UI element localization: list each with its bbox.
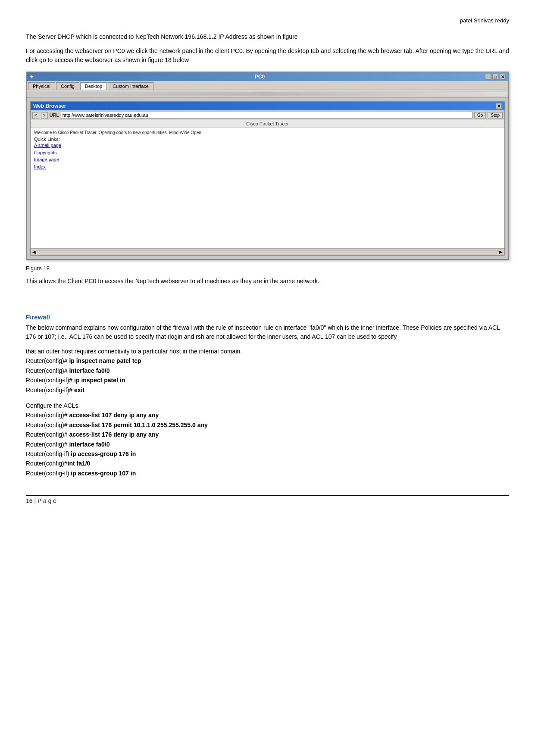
minimize-button[interactable]: – xyxy=(485,74,491,80)
cmd-2: Router(config)# interface fa0/0 xyxy=(26,366,509,375)
acl-cmd-5: Router(config-if) ip access-group 176 in xyxy=(26,449,509,459)
quick-links: Quick Links: A small page Copyrights Ima… xyxy=(34,137,501,170)
quick-links-label: Quick Links: xyxy=(34,137,60,142)
acl-commands-block: Router(config)# access-list 107 deny ip … xyxy=(26,410,509,478)
acl-cmd-1: Router(config)# access-list 107 deny ip … xyxy=(26,410,509,420)
cmd-4: Router(config-if)# exit xyxy=(26,385,509,395)
acl-cmd-7: Router(config-if) ip access-group 107 in xyxy=(26,469,509,478)
web-browser-titlebar: Web Browser ✕ xyxy=(31,102,504,110)
toolbar-strip xyxy=(28,92,507,96)
acl-intro: Configure the ACLs. xyxy=(26,401,509,410)
acl-prefix-5: Router(config-if) xyxy=(26,450,69,457)
stop-button[interactable]: Stop xyxy=(488,112,503,119)
cmd-prefix-3: Router(config-if)# xyxy=(26,377,72,384)
cmd-text-4: exit xyxy=(72,387,84,394)
cmd-prefix-2: Router(config)# xyxy=(26,367,68,374)
acl-prefix-7: Router(config-if) xyxy=(26,470,69,477)
acl-prefix-6: Router(config)# xyxy=(26,460,68,467)
cmd-text-3: ip inspect patel in xyxy=(72,377,125,384)
web-browser-window: Web Browser ✕ < > URL Go Stop Cisco Pack… xyxy=(30,101,505,256)
acl-text-4: interface fa0/0 xyxy=(68,441,110,448)
acl-text-2: access-list 176 permit 10.1.1.0 255.255.… xyxy=(68,422,208,428)
acl-text-6: int fa1/0 xyxy=(68,460,91,467)
acl-prefix-1: Router(config)# xyxy=(26,412,68,419)
cisco-window-title: PC0 xyxy=(34,74,485,80)
tab-custom-interface[interactable]: Custom Interface xyxy=(108,82,153,90)
link-copyrights[interactable]: Copyrights xyxy=(34,149,501,156)
window-controls: – □ ✕ xyxy=(485,74,506,80)
link-index[interactable]: Index xyxy=(34,163,501,171)
welcome-text: Welcome to Cisco Packet Tracer. Opening … xyxy=(34,130,501,135)
cpt-banner: Cisco Packet Tracer xyxy=(31,120,504,128)
acl-text-1: access-list 107 deny ip any any xyxy=(68,412,159,419)
forward-button[interactable]: > xyxy=(41,112,48,119)
back-button[interactable]: < xyxy=(32,112,39,119)
link-image-page[interactable]: Image page xyxy=(34,156,501,163)
firewall-description-1: The below command explains how configura… xyxy=(26,323,509,341)
author-name: patel Srinivas reddy xyxy=(26,17,509,24)
cisco-toolbar xyxy=(27,90,508,98)
acl-prefix-3: Router(config)# xyxy=(26,431,68,438)
go-button[interactable]: Go xyxy=(474,112,486,119)
paragraph-3: This allows the Client PC0 to access the… xyxy=(26,277,509,286)
firewall-heading: Firewall xyxy=(26,313,509,321)
page-number: 16 xyxy=(26,497,33,504)
acl-cmd-3: Router(config)# access-list 176 deny ip … xyxy=(26,430,509,439)
acl-text-5b: ip access-group 176 in xyxy=(71,450,136,457)
web-browser-navbar: < > URL Go Stop xyxy=(31,110,504,120)
acl-cmd-2: Router(config)# access-list 176 permit 1… xyxy=(26,420,509,430)
cisco-titlebar-icon: ✦ xyxy=(29,73,34,80)
cisco-tab-bar: Physical Config Desktop Custom Interface xyxy=(27,81,508,90)
url-label: URL xyxy=(50,112,59,118)
scroll-left-btn[interactable]: ◀ xyxy=(32,250,36,254)
acl-text-3: access-list 176 deny ip any any xyxy=(68,431,159,438)
tab-config[interactable]: Config xyxy=(56,82,79,90)
web-browser-title: Web Browser xyxy=(33,103,66,109)
firewall-commands-block: Router(config)# ip inspect name patel tc… xyxy=(26,356,509,395)
url-input[interactable] xyxy=(61,112,472,119)
close-button[interactable]: ✕ xyxy=(500,74,506,80)
tab-physical[interactable]: Physical xyxy=(28,82,55,90)
cisco-pt-window: ✦ PC0 – □ ✕ Physical Config Desktop Cust… xyxy=(26,72,509,260)
cisco-titlebar: ✦ PC0 – □ ✕ xyxy=(27,72,508,81)
cmd-prefix-4: Router(config-if)# xyxy=(26,387,72,394)
link-small-page[interactable]: A small page xyxy=(34,142,501,149)
figure-caption: Figure 18 xyxy=(26,265,509,272)
cmd-1: Router(config)# ip inspect name patel tc… xyxy=(26,356,509,366)
page-label: | P a g e xyxy=(34,497,56,504)
scroll-right-btn[interactable]: ▶ xyxy=(499,250,503,254)
maximize-button[interactable]: □ xyxy=(492,74,498,80)
cmd-3: Router(config-if)# ip inspect patel in xyxy=(26,375,509,385)
paragraph-1: The Server DHCP which is connected to Ne… xyxy=(26,32,509,41)
acl-cmd-6: Router(config)#int fa1/0 xyxy=(26,459,509,468)
page-footer: 16 | P a g e xyxy=(26,495,509,504)
web-browser-close-button[interactable]: ✕ xyxy=(496,103,502,109)
cmd-prefix-1: Router(config)# xyxy=(26,357,68,364)
acl-text-7b: ip access-group 107 in xyxy=(71,470,136,477)
cmd-text-2: interface fa0/0 xyxy=(68,367,110,374)
web-browser-bottom-bar: ◀ ▶ xyxy=(31,248,504,255)
tab-desktop[interactable]: Desktop xyxy=(80,82,107,90)
web-content-area: Welcome to Cisco Packet Tracer. Opening … xyxy=(31,128,504,248)
acl-cmd-4: Router(config)# interface fa0/0 xyxy=(26,440,509,449)
acl-prefix-4: Router(config)# xyxy=(26,441,68,448)
cmd-text-1: ip inspect name patel tcp xyxy=(68,357,141,364)
firewall-description-2: that an outer host requires connectivity… xyxy=(26,347,509,356)
paragraph-2: For accessing the webserver on PC0 we cl… xyxy=(26,47,509,65)
acl-prefix-2: Router(config)# xyxy=(26,422,68,428)
